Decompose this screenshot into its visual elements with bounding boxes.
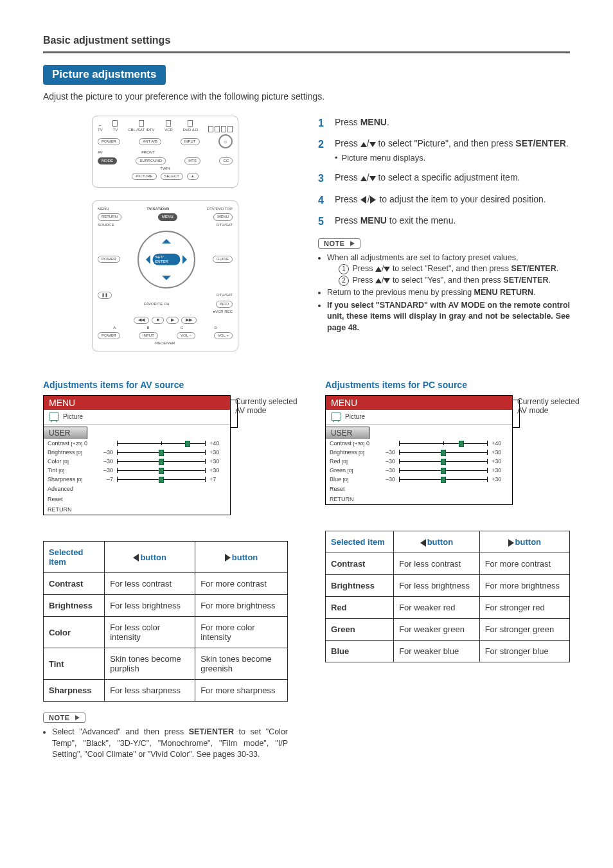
dpad-down-icon[interactable]: [162, 276, 171, 285]
table-row: Brightness For less brightness For more …: [44, 595, 288, 617]
table-right-desc: For more brightness: [479, 575, 569, 597]
brightness-ring-icon[interactable]: ☼: [218, 134, 233, 148]
transport-row: ◀◀ ■ ▶ ▶▶: [98, 317, 233, 323]
osd-picture-row: Picture: [44, 410, 230, 425]
table-right-desc: For more sharpness: [195, 680, 288, 702]
osd-slider-row: Brightness [0] –30 +30: [326, 448, 512, 457]
surround-button[interactable]: SURROUND: [136, 157, 166, 164]
table-hdr-selected: Selected item: [326, 531, 394, 553]
table-row: Red For weaker red For stronger red: [326, 597, 570, 619]
pc-subhead: Adjustments items for PC source: [325, 380, 570, 390]
rx-power-button[interactable]: POWER: [98, 332, 120, 339]
osd-slider-row: Color [0] –30 +30: [44, 457, 230, 466]
table-right-desc: For more contrast: [195, 573, 288, 595]
dpad[interactable]: SET/ ENTER: [138, 231, 195, 288]
up-button[interactable]: ▲: [187, 173, 199, 180]
osd-menubar: MENU: [44, 396, 230, 410]
input-button[interactable]: INPUT: [181, 138, 200, 145]
table-left-desc: For less contrast: [105, 573, 195, 595]
av-adjustment-table: Selected item button button Contrast For…: [43, 541, 288, 702]
table-row: Brightness For less brightness For more …: [326, 575, 570, 597]
dpad-up-icon[interactable]: [162, 235, 171, 244]
osd-slider-row: Brightness [0] –30 +30: [44, 448, 230, 457]
section-rule: [43, 51, 570, 53]
rx-input-button[interactable]: INPUT: [139, 332, 158, 339]
section-title: Basic adjustment settings: [43, 35, 570, 46]
table-right-desc: For more contrast: [479, 553, 569, 575]
step-item: 2Press / to select "Picture", and then p…: [318, 137, 570, 164]
power-button-2[interactable]: POWER: [98, 256, 120, 263]
slider-marker-icon: [185, 441, 190, 447]
slider-marker-icon: [441, 459, 446, 465]
osd-plain-row: RETURN: [44, 504, 230, 515]
table-right-desc: For stronger green: [479, 619, 569, 641]
table-left-desc: For less sharpness: [105, 680, 195, 702]
osd-side-label: Currently selectedAV mode: [517, 397, 601, 415]
table-left-desc: For less contrast: [394, 553, 480, 575]
menu-button[interactable]: MENU: [158, 213, 177, 220]
slider-marker-icon: [159, 450, 164, 456]
power-button[interactable]: POWER: [98, 138, 120, 145]
vol-down-button[interactable]: VOL –: [177, 332, 195, 339]
osd-slider-row: Green [0] –30 +30: [326, 466, 512, 475]
osd-slider-row: Tint [0] –30 +30: [44, 466, 230, 475]
mode-button[interactable]: MODE: [98, 157, 117, 164]
table-item: Brightness: [326, 575, 394, 597]
table-right-desc: For stronger blue: [479, 641, 569, 662]
slider-marker-icon: [441, 468, 446, 474]
ff-button[interactable]: ▶▶: [181, 317, 197, 323]
table-row: Color For less color intensity For more …: [44, 617, 288, 648]
table-row: Sharpness For less sharpness For more sh…: [44, 680, 288, 702]
table-left-desc: Skin tones become purplish: [105, 648, 195, 680]
table-left-desc: For less brightness: [105, 595, 195, 617]
table-item: Brightness: [44, 595, 105, 617]
av-subhead: Adjustments items for AV source: [43, 380, 288, 390]
osd-slider-row: Contrast [+30] 0 +40: [326, 439, 512, 448]
table-right-desc: For more brightness: [195, 595, 288, 617]
picture-button[interactable]: PICTURE: [132, 173, 156, 180]
intro-text: Adjust the picture to your preference wi…: [43, 91, 570, 102]
return-button[interactable]: RETURN: [98, 213, 121, 220]
table-left-desc: For less brightness: [394, 575, 480, 597]
guide-button[interactable]: GUIDE: [213, 256, 233, 263]
play-button[interactable]: ▶: [166, 317, 179, 323]
table-left-desc: For less color intensity: [105, 617, 195, 648]
cc-button[interactable]: CC: [219, 157, 233, 164]
osd-pc-menu: Currently selectedAV modeMENUPictureUSER…: [325, 395, 513, 505]
dpad-right-icon[interactable]: [182, 255, 191, 264]
osd-plain-row: Reset: [44, 494, 230, 504]
table-row: Blue For weaker blue For stronger blue: [326, 641, 570, 662]
menu-button-2[interactable]: MENU: [213, 213, 233, 220]
table-left-desc: For weaker red: [394, 597, 480, 619]
table-hdr-selected: Selected item: [44, 542, 105, 573]
info-button[interactable]: INFO: [216, 301, 233, 308]
note-tag-left: NOTE: [43, 713, 85, 723]
table-item: Contrast: [44, 573, 105, 595]
osd-side-label: Currently selectedAV mode: [235, 397, 319, 415]
table-right-desc: For more color intensity: [195, 617, 288, 648]
osd-plain-row: RETURN: [326, 494, 512, 504]
pause-button[interactable]: ❚❚: [98, 292, 112, 299]
set-enter-button[interactable]: SET/ ENTER: [152, 254, 180, 265]
table-row: Green For weaker green For stronger gree…: [326, 619, 570, 641]
osd-picture-row: Picture: [326, 410, 512, 425]
table-item: Contrast: [326, 553, 394, 575]
ant-button[interactable]: ANT A/B: [139, 138, 161, 145]
dpad-left-icon[interactable]: [141, 255, 150, 264]
tv-icon: [331, 412, 341, 421]
table-right-desc: For stronger red: [479, 597, 569, 619]
osd-slider-row: Blue [0] –30 +30: [326, 475, 512, 484]
right-arrow-icon: [225, 554, 231, 562]
osd-plain-row: Advanced: [44, 484, 230, 494]
select-button[interactable]: SELECT: [161, 173, 183, 180]
stop-button[interactable]: ■: [152, 317, 163, 323]
slider-marker-icon: [159, 468, 164, 474]
vol-up-button[interactable]: VOL +: [214, 332, 233, 339]
mts-button[interactable]: MTS: [184, 157, 200, 164]
slider-marker-icon: [159, 459, 164, 465]
table-left-desc: For weaker blue: [394, 641, 480, 662]
table-row: Contrast For less contrast For more cont…: [44, 573, 288, 595]
table-item: Red: [326, 597, 394, 619]
rew-button[interactable]: ◀◀: [134, 317, 149, 323]
right-arrow-icon: [508, 539, 514, 547]
